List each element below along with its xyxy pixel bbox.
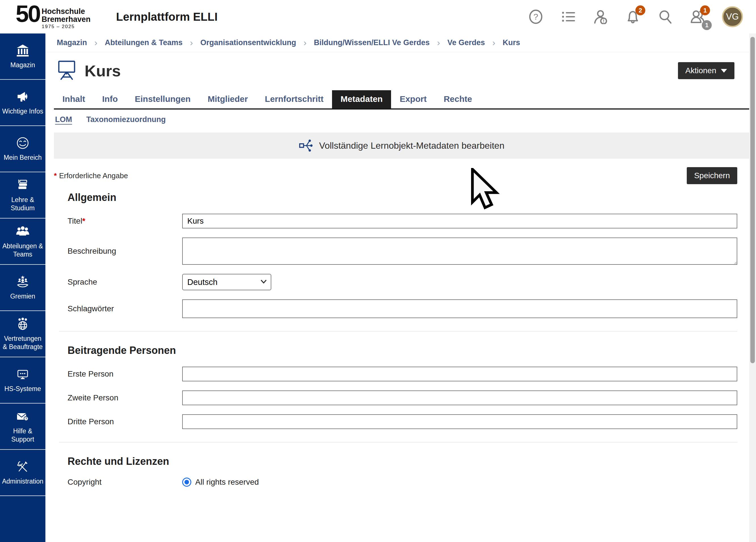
- erste-person-field[interactable]: [182, 367, 737, 381]
- sidebar-item-hs-systeme[interactable]: HS-Systeme: [0, 357, 45, 404]
- section-divider: [59, 442, 737, 442]
- bank-icon: [16, 43, 30, 58]
- subtab-lom[interactable]: LOM: [55, 115, 72, 124]
- breadcrumb-item-abteilungen-teams[interactable]: Abteilungen & Teams: [105, 38, 182, 47]
- subtab-taxonomiezuordnung[interactable]: Taxonomiezuordnung: [86, 115, 166, 124]
- user-avatar[interactable]: VG: [722, 6, 743, 27]
- todo-list-icon[interactable]: [560, 9, 576, 25]
- form-row-schlagwoerter: Schlagwörter: [68, 299, 737, 318]
- page-title: Kurs: [85, 62, 121, 80]
- metadata-tree-icon: [299, 138, 314, 153]
- megaphone-icon: [16, 90, 30, 104]
- tab-mitglieder[interactable]: Mitglieder: [199, 90, 257, 108]
- university-logo: 50 Hochschule Bremerhaven 1975 – 2025: [16, 4, 91, 30]
- svg-text:!: !: [603, 19, 604, 24]
- banner-label: Vollständige Lernobjekt-Metadaten bearbe…: [319, 140, 505, 151]
- form-row-copyright: Copyright All rights reserved: [68, 478, 737, 487]
- contacts-icon[interactable]: 1 1: [690, 9, 705, 25]
- schlagwoerter-field[interactable]: [182, 299, 737, 318]
- globe-people-icon: [16, 317, 30, 331]
- sidebar-item-lehre-studium[interactable]: Lehre & Studium: [0, 172, 45, 219]
- tab-inhalt[interactable]: Inhalt: [54, 90, 94, 108]
- sprache-label: Sprache: [68, 278, 182, 287]
- schlagwoerter-label: Schlagwörter: [68, 304, 182, 313]
- tab-einstellungen[interactable]: Einstellungen: [126, 90, 199, 108]
- notifications-badge: 2: [635, 5, 645, 15]
- books-icon: [16, 178, 30, 192]
- breadcrumb-separator: ›: [190, 37, 193, 48]
- breadcrumb-item-magazin[interactable]: Magazin: [57, 38, 87, 47]
- breadcrumb-item-ve-gerdes[interactable]: Ve Gerdes: [448, 38, 485, 47]
- smiley-icon: [16, 136, 30, 150]
- breadcrumb-separator: ›: [303, 37, 306, 48]
- help-icon[interactable]: ?: [528, 9, 544, 25]
- metadata-form: Allgemein Titel* Beschreibung Sprache De…: [68, 192, 737, 487]
- required-note: *Erforderliche Angabe: [54, 171, 128, 180]
- caret-down-icon: [721, 69, 727, 73]
- section-heading-beitragende: Beitragende Personen: [68, 344, 737, 356]
- form-row-sprache: Sprache Deutsch: [68, 274, 737, 290]
- breadcrumb-item-kurs[interactable]: Kurs: [503, 38, 520, 47]
- beschreibung-label: Beschreibung: [68, 247, 182, 256]
- main-content: Magazin › Abteilungen & Teams › Organisa…: [45, 33, 749, 542]
- zweite-person-field[interactable]: [182, 390, 737, 405]
- breadcrumb-separator: ›: [95, 37, 98, 48]
- titel-field[interactable]: [182, 214, 737, 228]
- notifications-bell-icon[interactable]: 2: [625, 9, 641, 25]
- tools-icon: [16, 460, 30, 474]
- form-row-zweite-person: Zweite Person: [68, 390, 737, 405]
- section-heading-allgemein: Allgemein: [68, 192, 737, 203]
- tab-info[interactable]: Info: [94, 90, 126, 108]
- logo-50: 50: [16, 4, 40, 24]
- top-header: 50 Hochschule Bremerhaven 1975 – 2025 Le…: [0, 0, 756, 33]
- course-easel-icon: [57, 60, 76, 82]
- tab-metadaten[interactable]: Metadaten: [332, 90, 391, 108]
- copyright-option-label: All rights reserved: [195, 478, 259, 487]
- main-sidebar: Magazin Wichtige Infos Mein Bereich Lehr…: [0, 33, 45, 542]
- logo-name: Hochschule Bremerhaven: [41, 7, 91, 24]
- edit-full-metadata-banner[interactable]: Vollständige Lernobjekt-Metadaten bearbe…: [54, 133, 749, 159]
- dritte-person-field[interactable]: [182, 414, 737, 429]
- user-status-icon[interactable]: !: [593, 9, 608, 25]
- language-select[interactable]: Deutsch: [182, 274, 271, 290]
- breadcrumb-separator: ›: [492, 37, 495, 48]
- tab-lernfortschritt[interactable]: Lernfortschritt: [256, 90, 332, 108]
- scrollbar-thumb[interactable]: [750, 37, 755, 363]
- breadcrumb-separator: ›: [437, 37, 440, 48]
- subtab-bar: LOM Taxonomiezuordnung: [55, 115, 749, 124]
- sidebar-item-administration[interactable]: Administration: [0, 450, 45, 496]
- search-icon[interactable]: [657, 9, 673, 25]
- committee-icon: [16, 275, 30, 289]
- sidebar-item-vertretungen-beauftragte[interactable]: Vertretungen & Beauftragte: [0, 311, 45, 357]
- sidebar-item-mein-bereich[interactable]: Mein Bereich: [0, 126, 45, 172]
- section-heading-rechte: Rechte und Lizenzen: [68, 455, 737, 467]
- beschreibung-textarea[interactable]: [182, 238, 737, 265]
- svg-text:?: ?: [534, 12, 538, 21]
- sidebar-item-wichtige-infos[interactable]: Wichtige Infos: [0, 80, 45, 126]
- svg-text:?: ?: [25, 417, 27, 420]
- vertical-scrollbar[interactable]: [749, 33, 756, 542]
- mail-help-icon: ?: [16, 409, 30, 424]
- sidebar-item-hilfe-support[interactable]: ? Hilfe & Support: [0, 404, 45, 450]
- aktionen-button[interactable]: Aktionen: [678, 62, 734, 79]
- sidebar-item-magazin[interactable]: Magazin: [0, 33, 45, 80]
- save-button[interactable]: Speichern: [687, 167, 737, 184]
- titel-label: Titel*: [68, 217, 182, 226]
- tab-bar: Inhalt Info Einstellungen Mitglieder Ler…: [54, 90, 749, 110]
- logo-years: 1975 – 2025: [42, 24, 91, 30]
- breadcrumb-item-organisationsentwicklung[interactable]: Organisationsentwicklung: [200, 38, 296, 47]
- form-row-erste-person: Erste Person: [68, 367, 737, 381]
- sidebar-item-abteilungen-teams[interactable]: Abteilungen & Teams: [0, 219, 45, 265]
- form-row-titel: Titel*: [68, 214, 737, 228]
- tab-rechte[interactable]: Rechte: [435, 90, 480, 108]
- app-title: Lernplattform ELLI: [116, 10, 218, 23]
- breadcrumb-item-bildung-wissen[interactable]: Bildung/Wissen/ELLI Ve Gerdes: [314, 38, 430, 47]
- team-icon: [16, 224, 30, 239]
- sidebar-item-gremien[interactable]: Gremien: [0, 265, 45, 311]
- form-row-dritte-person: Dritte Person: [68, 414, 737, 429]
- tab-export[interactable]: Export: [391, 90, 435, 108]
- erste-person-label: Erste Person: [68, 369, 182, 379]
- section-divider: [59, 331, 737, 331]
- copyright-label: Copyright: [68, 478, 182, 487]
- copyright-radio-all-rights-reserved[interactable]: [182, 478, 191, 487]
